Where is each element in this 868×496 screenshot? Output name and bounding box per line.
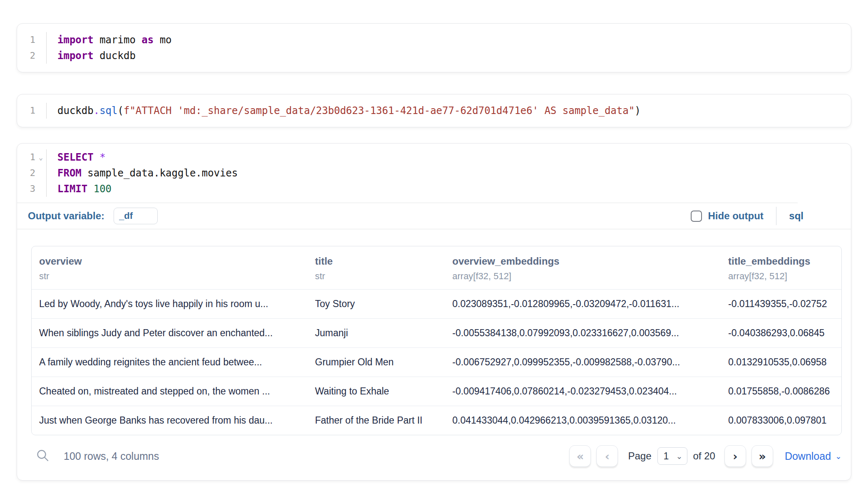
code-token: SELECT xyxy=(57,151,94,163)
download-label: Download xyxy=(785,450,831,462)
code-token xyxy=(94,151,99,163)
column-type: array[f32, 512] xyxy=(452,271,721,282)
table-row: Just when George Banks has recovered fro… xyxy=(32,406,841,435)
table-cell: -0.009417406,0.07860214,-0.023279453,0.0… xyxy=(445,377,721,406)
code-token: as xyxy=(141,34,154,46)
output-variable-row: Output variable: Hide output sql xyxy=(17,203,851,229)
code-token: duckdb xyxy=(57,105,94,117)
table-row: Led by Woody, Andy's toys live happily i… xyxy=(32,290,841,319)
table-cell: -0.006752927,0.099952355,-0.009982588,-0… xyxy=(445,348,721,377)
code-text: LIMIT 100 xyxy=(46,181,851,197)
code-token: import xyxy=(57,50,94,62)
table-cell: Cheated on, mistreated and stepped on, t… xyxy=(32,377,308,406)
chevron-down-icon: ⌄ xyxy=(835,452,842,460)
column-name: title_embeddings xyxy=(728,255,841,267)
table-cell: Jumanji xyxy=(308,319,445,347)
code-line: 1import marimo as mo xyxy=(17,32,851,48)
table-footer: 100 rows, 4 columns « ‹ Page 1 ⌄ of 20 ›… xyxy=(31,444,842,468)
code-token: ) xyxy=(635,105,640,117)
column-type: str xyxy=(39,271,308,282)
line-number: 2 xyxy=(17,165,35,181)
code-token: FROM xyxy=(57,167,82,179)
table-cell: -0.011439355,-0.02752 xyxy=(721,290,841,318)
code-line: 2import duckdb xyxy=(17,48,851,64)
language-label-sql[interactable]: sql xyxy=(789,210,804,222)
code-token: f"ATTACH 'md:_share/sample_data/23b0d623… xyxy=(124,105,635,117)
column-name: overview xyxy=(39,255,308,267)
cell-imports: 1import marimo as mo2import duckdb xyxy=(17,23,851,72)
table-cell: Toy Story xyxy=(308,290,445,318)
code-text: FROM sample_data.kaggle.movies xyxy=(46,165,851,181)
output-variable-label: Output variable: xyxy=(28,210,104,222)
table-cell: When siblings Judy and Peter discover an… xyxy=(32,319,308,347)
code-editor-attach[interactable]: 1duckdb.sql(f"ATTACH 'md:_share/sample_d… xyxy=(17,94,851,127)
cell-query: 1⌄SELECT *2FROM sample_data.kaggle.movie… xyxy=(17,143,851,481)
table-cell: 0.007833006,0.097801 xyxy=(721,406,841,435)
hide-output-label: Hide output xyxy=(708,210,764,222)
code-token: marimo xyxy=(94,34,142,46)
table-cell: 0.0132910535,0.06958 xyxy=(721,348,841,377)
code-token: mo xyxy=(154,34,171,46)
fold-chevron-icon[interactable]: ⌄ xyxy=(35,149,46,165)
code-token: 100 xyxy=(94,183,112,195)
column-type: str xyxy=(315,271,445,282)
code-token: LIMIT xyxy=(57,183,87,195)
page-label: Page xyxy=(628,450,651,462)
table-cell: A family wedding reignites the ancient f… xyxy=(32,348,308,377)
code-token xyxy=(87,183,93,195)
table-cell: -0.040386293,0.06845 xyxy=(721,319,841,347)
table-cell: Grumpier Old Men xyxy=(308,348,445,377)
line-number: 1 xyxy=(17,32,35,48)
code-editor-imports[interactable]: 1import marimo as mo2import duckdb xyxy=(17,24,851,72)
line-number: 1 xyxy=(17,149,35,165)
code-token: import xyxy=(57,34,94,46)
last-page-button[interactable]: » xyxy=(751,445,773,467)
code-token: ( xyxy=(118,105,124,117)
code-token: * xyxy=(99,151,105,163)
code-line: 1duckdb.sql(f"ATTACH 'md:_share/sample_d… xyxy=(17,103,851,119)
pagination: « ‹ Page 1 ⌄ of 20 › » Download ⌄ xyxy=(569,445,842,467)
column-header[interactable]: overview_embeddingsarray[f32, 512] xyxy=(445,246,721,289)
search-icon[interactable] xyxy=(35,448,51,464)
column-type: array[f32, 512] xyxy=(728,271,841,282)
cell-attach: 1duckdb.sql(f"ATTACH 'md:_share/sample_d… xyxy=(17,94,851,127)
divider xyxy=(776,207,777,225)
table-cell: 0.041433044,0.042966213,0.0039591365,0.0… xyxy=(445,406,721,435)
line-number: 2 xyxy=(17,48,35,64)
cell-output-controls: Hide output sql xyxy=(691,207,851,225)
column-name: overview_embeddings xyxy=(452,255,721,267)
code-text: import duckdb xyxy=(46,48,851,64)
code-line: 3LIMIT 100 xyxy=(17,181,851,197)
page-select[interactable]: 1 ⌄ xyxy=(657,447,687,465)
previous-page-button[interactable]: ‹ xyxy=(596,445,618,467)
first-page-button[interactable]: « xyxy=(569,445,591,467)
output-variable-input[interactable] xyxy=(114,208,158,224)
code-token: duckdb xyxy=(94,50,136,62)
column-header[interactable]: titlestr xyxy=(308,246,445,289)
table-cell: Waiting to Exhale xyxy=(308,377,445,406)
table-cell: Led by Woody, Andy's toys live happily i… xyxy=(32,290,308,318)
code-text: import marimo as mo xyxy=(46,32,851,48)
table-cell: -0.0055384138,0.07992093,0.023316627,0.0… xyxy=(445,319,721,347)
table-row: Cheated on, mistreated and stepped on, t… xyxy=(32,377,841,406)
column-header[interactable]: title_embeddingsarray[f32, 512] xyxy=(721,246,841,289)
code-token: . xyxy=(94,105,99,117)
table-row: When siblings Judy and Peter discover an… xyxy=(32,319,841,348)
hide-output-checkbox[interactable] xyxy=(691,211,702,222)
code-text: SELECT * xyxy=(46,149,851,165)
code-editor-query[interactable]: 1⌄SELECT *2FROM sample_data.kaggle.movie… xyxy=(17,144,851,203)
table-cell: Just when George Banks has recovered fro… xyxy=(32,406,308,435)
line-number: 1 xyxy=(17,103,35,119)
table-cell: 0.023089351,-0.012809965,-0.03209472,-0.… xyxy=(445,290,721,318)
download-menu-button[interactable]: Download ⌄ xyxy=(785,450,842,462)
next-page-button[interactable]: › xyxy=(724,445,746,467)
code-token: sql xyxy=(99,105,117,117)
code-line: 2FROM sample_data.kaggle.movies xyxy=(17,165,851,181)
code-line: 1⌄SELECT * xyxy=(17,149,851,165)
column-header[interactable]: overviewstr xyxy=(32,246,308,289)
page-total-label: of 20 xyxy=(693,450,715,462)
marimo-notebook: 1import marimo as mo2import duckdb 1duck… xyxy=(0,0,868,481)
page-select-value: 1 xyxy=(664,451,676,462)
cell-output: overviewstrtitlestroverview_embeddingsar… xyxy=(17,229,851,468)
table-cell: Father of the Bride Part II xyxy=(308,406,445,435)
